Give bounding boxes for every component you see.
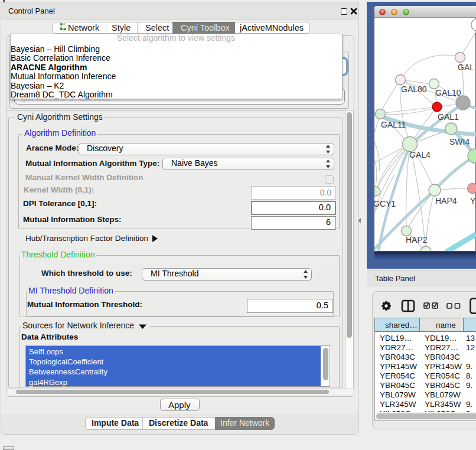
svg-text:Y: Y: [470, 196, 476, 206]
svg-text:SWI4: SWI4: [449, 137, 470, 146]
svg-text:GAL4: GAL4: [409, 150, 431, 159]
svg-text:HAP2: HAP2: [406, 235, 428, 244]
svg-text:GAL80: GAL80: [401, 84, 427, 94]
svg-text:GAL11: GAL11: [381, 120, 406, 129]
svg-text:GAL10: GAL10: [435, 88, 461, 97]
svg-text:GAL: GAL: [458, 63, 474, 72]
svg-text:HAP4: HAP4: [435, 196, 457, 206]
svg-text:GAL1: GAL1: [438, 112, 459, 122]
svg-text:GCY1: GCY1: [374, 199, 396, 208]
